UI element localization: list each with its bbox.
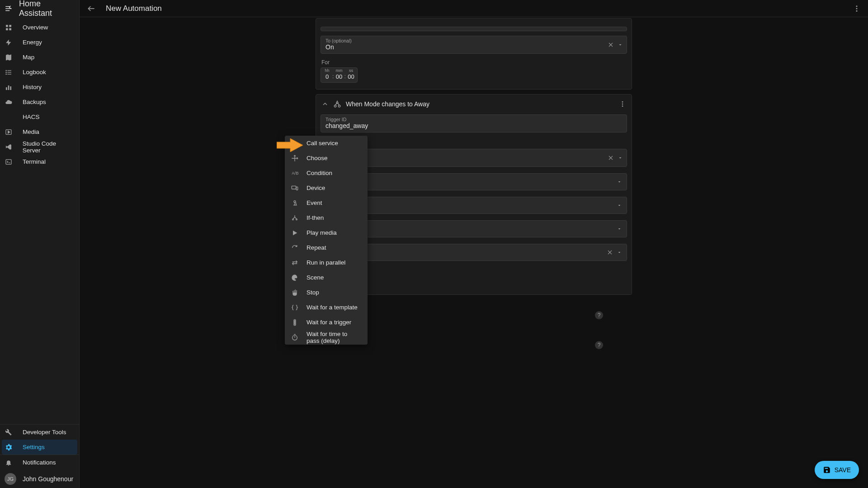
to-field[interactable]: To (optional) xyxy=(321,36,627,54)
help-icon[interactable]: ? xyxy=(595,341,603,349)
refresh-icon xyxy=(291,244,298,251)
action-item-label: Wait for time to pass (delay) xyxy=(307,331,361,344)
trigger-id-field[interactable]: Trigger ID xyxy=(321,114,627,133)
sidebar-item-studio-code[interactable]: Studio Code Server xyxy=(0,139,79,154)
clear-icon[interactable] xyxy=(608,155,614,161)
traffic-light-icon xyxy=(291,319,298,326)
chevron-down-icon[interactable] xyxy=(617,179,622,185)
sidebar-item-logbook[interactable]: Logbook xyxy=(0,65,79,80)
hand-icon xyxy=(291,289,298,296)
action-item-choose[interactable]: Choose xyxy=(285,151,368,166)
trigger-id-input[interactable] xyxy=(326,122,622,129)
action-item-wait-delay[interactable]: Wait for time to pass (delay) xyxy=(285,330,368,345)
for-row: For hh 0 : mm 00 : ss xyxy=(321,58,627,83)
trigger-menu-button[interactable] xyxy=(619,100,626,108)
action-item-wait-template[interactable]: Wait for a template xyxy=(285,300,368,315)
svg-point-31 xyxy=(622,103,623,104)
save-label: SAVE xyxy=(835,466,851,474)
action-item-repeat[interactable]: Repeat xyxy=(285,240,368,255)
sidebar-item-backups[interactable]: Backups xyxy=(0,95,79,109)
svg-point-30 xyxy=(622,101,623,103)
code-braces-icon xyxy=(291,304,298,311)
chevron-down-icon[interactable] xyxy=(617,250,622,255)
map-icon xyxy=(5,54,13,61)
save-button[interactable]: SAVE xyxy=(815,461,859,479)
menu-icon[interactable] xyxy=(5,5,13,13)
ab-test-icon: A/B xyxy=(291,170,298,177)
clear-icon[interactable] xyxy=(608,42,614,48)
action-item-label: Device xyxy=(307,185,325,191)
sidebar-item-label: Logbook xyxy=(23,69,46,76)
action-item-call-service[interactable]: Call service xyxy=(285,136,368,151)
palette-icon xyxy=(291,274,298,281)
sidebar-item-label: Media xyxy=(23,128,39,135)
list-icon xyxy=(5,69,13,76)
help-icon[interactable]: ? xyxy=(595,311,603,319)
sidebar-item-history[interactable]: History xyxy=(0,80,79,95)
svg-rect-3 xyxy=(6,25,8,27)
sidebar-item-notifications[interactable]: Notifications xyxy=(0,455,79,470)
sidebar-item-energy[interactable]: Energy xyxy=(0,35,79,50)
avatar: JG xyxy=(5,473,16,485)
svg-point-12 xyxy=(6,74,6,74)
action-item-if-then[interactable]: If-then xyxy=(285,210,368,225)
action-item-label: Stop xyxy=(307,289,319,296)
action-item-scene[interactable]: Scene xyxy=(285,270,368,285)
entity-input[interactable] xyxy=(326,156,622,164)
chevron-down-icon[interactable] xyxy=(617,226,622,232)
ss-value[interactable]: 00 xyxy=(348,73,354,80)
hh-value[interactable]: 0 xyxy=(326,73,329,80)
to-input[interactable] xyxy=(326,43,622,51)
svg-rect-41 xyxy=(296,187,297,190)
content-scroll[interactable]: To (optional) For hh 0 xyxy=(80,17,868,488)
chevron-down-icon[interactable] xyxy=(618,155,623,161)
clear-icon[interactable] xyxy=(607,249,613,256)
field-label: Entity xyxy=(326,151,622,156)
action-item-label: Play media xyxy=(307,229,337,236)
ss-label: ss xyxy=(347,69,355,73)
svg-point-42 xyxy=(294,200,296,202)
action-item-run-in-parallel[interactable]: Run in parallel xyxy=(285,255,368,270)
sidebar-user[interactable]: JG John Goughenour xyxy=(0,470,79,488)
sidebar-nav: Overview Energy Map Logbook History xyxy=(0,17,79,424)
sidebar-item-label: Notifications xyxy=(23,459,56,466)
cloud-icon xyxy=(5,99,13,106)
svg-line-29 xyxy=(337,103,340,105)
chevron-down-icon[interactable] xyxy=(617,203,622,208)
sidebar-item-hacs[interactable]: HACS xyxy=(0,109,79,124)
svg-point-32 xyxy=(622,105,623,107)
action-item-event[interactable]: Event xyxy=(285,195,368,210)
duration-input[interactable]: hh 0 : mm 00 : ss 00 xyxy=(321,67,358,83)
action-item-stop[interactable]: Stop xyxy=(285,285,368,300)
action-item-wait-trigger[interactable]: Wait for a trigger xyxy=(285,315,368,330)
action-item-play-media[interactable]: Play media xyxy=(285,225,368,240)
svg-point-51 xyxy=(294,323,295,324)
overflow-menu-button[interactable] xyxy=(853,5,861,13)
field-placeholder-row xyxy=(321,27,627,31)
trigger-card-1: To (optional) For hh 0 xyxy=(316,18,632,90)
sidebar-item-terminal[interactable]: Terminal xyxy=(0,154,79,169)
sidebar-item-map[interactable]: Map xyxy=(0,50,79,65)
action-item-device[interactable]: Device xyxy=(285,180,368,195)
svg-rect-5 xyxy=(6,28,8,30)
sidebar-item-overview[interactable]: Overview xyxy=(0,20,79,35)
mm-value[interactable]: 00 xyxy=(336,73,342,80)
svg-rect-18 xyxy=(6,159,11,164)
back-button[interactable] xyxy=(87,4,96,13)
sidebar-item-settings[interactable]: Settings xyxy=(2,440,77,455)
mm-label: mm xyxy=(335,69,343,73)
sidebar-item-media[interactable]: Media xyxy=(0,124,79,139)
svg-rect-4 xyxy=(9,25,11,27)
action-item-label: Wait for a template xyxy=(307,304,358,311)
svg-point-22 xyxy=(856,8,858,9)
action-item-condition[interactable]: A/B Condition xyxy=(285,166,368,180)
bell-icon xyxy=(5,459,13,466)
sidebar-item-label: Terminal xyxy=(23,158,46,165)
collapse-icon[interactable] xyxy=(321,100,329,108)
dashboard-icon xyxy=(5,24,13,31)
chevron-down-icon[interactable] xyxy=(618,42,623,47)
devices-icon xyxy=(291,185,298,192)
svg-point-49 xyxy=(294,320,295,321)
sidebar-item-developer-tools[interactable]: Developer Tools xyxy=(0,425,79,440)
action-item-label: Condition xyxy=(307,170,332,176)
